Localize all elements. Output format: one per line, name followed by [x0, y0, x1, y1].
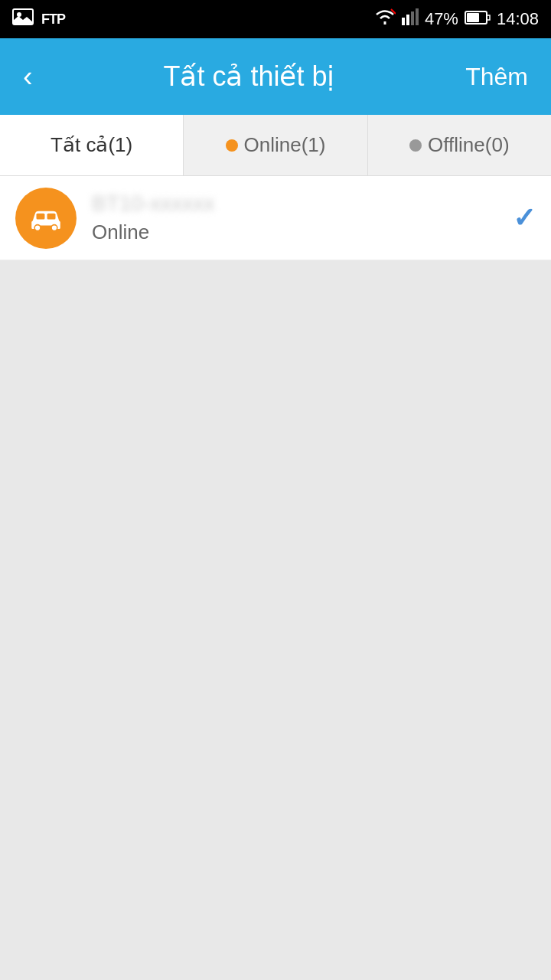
svg-rect-11	[37, 213, 45, 219]
car-icon	[27, 203, 65, 234]
svg-rect-5	[411, 11, 414, 25]
status-left-icons: FTP	[12, 8, 65, 30]
add-button[interactable]: Thêm	[458, 55, 536, 99]
back-button[interactable]: ‹	[15, 54, 41, 99]
signal-icon	[402, 8, 419, 30]
online-dot-icon	[226, 139, 238, 152]
device-status: Online	[92, 220, 513, 244]
tab-all[interactable]: Tất cả(1)	[0, 115, 184, 175]
battery-percent: 47%	[425, 9, 458, 29]
page-title: Tất cả thiết bị	[41, 60, 458, 93]
svg-point-10	[51, 224, 57, 230]
battery-icon	[465, 9, 491, 29]
svg-rect-6	[416, 8, 419, 25]
device-avatar	[15, 188, 77, 249]
svg-rect-12	[47, 213, 56, 219]
wifi-icon	[374, 8, 396, 31]
svg-rect-4	[406, 15, 409, 25]
tab-all-label: Tất cả(1)	[51, 133, 132, 157]
tab-offline-label: Offline(0)	[428, 133, 509, 157]
header: ‹ Tất cả thiết bị Thêm	[0, 38, 551, 115]
offline-dot-icon	[409, 139, 422, 152]
status-right-icons: 47% 14:08	[374, 8, 539, 31]
device-name: BT10-xxxxxx	[92, 191, 513, 216]
image-icon	[12, 8, 34, 30]
empty-content-area	[0, 260, 551, 949]
table-row[interactable]: BT10-xxxxxx Online ✓	[0, 176, 551, 260]
filter-tabs: Tất cả(1) Online(1) Offline(0)	[0, 115, 551, 176]
time-display: 14:08	[497, 9, 539, 29]
svg-point-1	[17, 12, 21, 17]
device-list: BT10-xxxxxx Online ✓	[0, 176, 551, 260]
svg-rect-3	[402, 18, 405, 25]
check-icon: ✓	[513, 202, 536, 234]
status-bar: FTP 47% 14:08	[0, 0, 551, 38]
tab-offline[interactable]: Offline(0)	[368, 115, 551, 175]
svg-point-9	[34, 224, 41, 230]
svg-rect-8	[467, 13, 479, 22]
tab-online-label: Online(1)	[244, 133, 326, 157]
ftp-icon: FTP	[41, 11, 65, 28]
device-info: BT10-xxxxxx Online	[77, 191, 513, 244]
tab-online[interactable]: Online(1)	[184, 115, 367, 175]
